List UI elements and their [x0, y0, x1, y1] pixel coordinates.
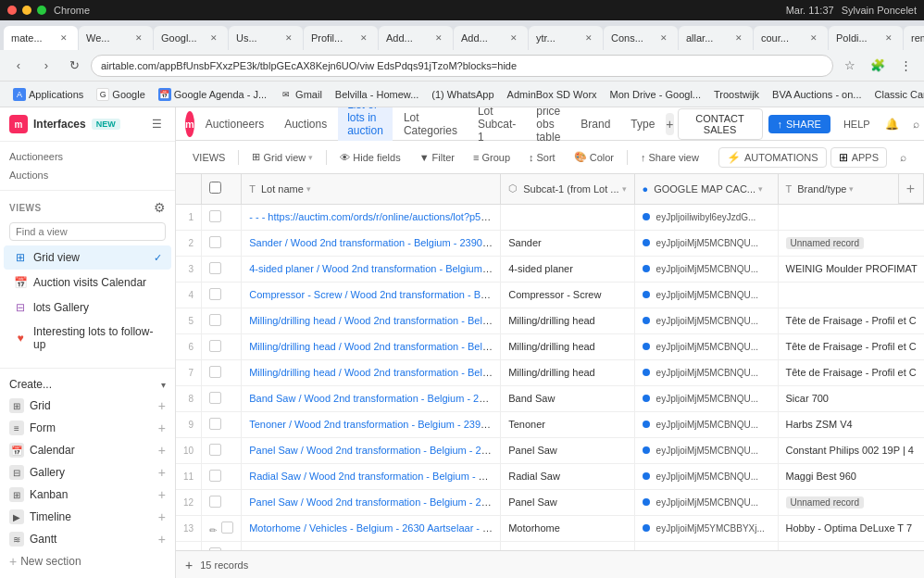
close-icon[interactable]: ✕ [357, 31, 370, 44]
reload-button[interactable]: ↻ [63, 55, 85, 77]
bookmark-google[interactable]: G Google [91, 86, 150, 103]
minimize-dot[interactable] [22, 6, 31, 15]
row-checkbox[interactable] [209, 340, 221, 352]
row-checkbox[interactable] [209, 314, 221, 326]
search-button[interactable]: ⌕ [891, 145, 915, 170]
sort-button[interactable]: ↕ Sort [521, 149, 563, 166]
app-home-button[interactable]: m [185, 111, 194, 137]
create-calendar[interactable]: 📅 Calendar + [0, 439, 175, 461]
row-checkbox[interactable] [209, 210, 221, 222]
extensions-button[interactable]: 🧩 [867, 55, 889, 77]
tab-3[interactable]: Us...✕ [229, 26, 303, 50]
new-section-button[interactable]: + New section [0, 550, 175, 572]
bookmark-belvilla[interactable]: Belvilla - Homew... [330, 87, 424, 102]
lot-name-link[interactable]: Compressor - Screw / Wood 2nd transforma… [249, 289, 501, 300]
row-checkbox[interactable] [209, 444, 221, 456]
row-checkbox[interactable] [209, 496, 221, 508]
back-button[interactable]: ‹ [7, 55, 30, 77]
forward-button[interactable]: › [35, 55, 57, 77]
bookmark-whatsapp[interactable]: (1) WhatsApp [426, 87, 499, 102]
row-checkbox-cell[interactable] [202, 541, 242, 550]
maximize-dot[interactable] [37, 6, 46, 15]
row-checkbox[interactable] [209, 366, 221, 378]
row-checkbox-cell[interactable] [202, 256, 242, 282]
create-header[interactable]: Create... ▾ [0, 374, 175, 395]
filter-button[interactable]: ▼ Filter [412, 149, 462, 166]
add-table-button[interactable]: + [666, 113, 673, 135]
close-icon[interactable]: ✕ [507, 31, 520, 44]
row-checkbox-cell[interactable] [202, 204, 242, 230]
row-checkbox[interactable] [221, 521, 233, 534]
lot-name-link[interactable]: Sander / Wood 2nd transformation - Belgi… [249, 237, 501, 248]
lot-name-link[interactable]: 4-sided planer / Wood 2nd transformation… [249, 263, 501, 274]
close-icon[interactable]: ✕ [432, 31, 445, 44]
share-view-button[interactable]: ↑ Share view [633, 149, 706, 166]
lot-name-link[interactable]: Tenoner / Wood 2nd transformation - Belg… [249, 419, 501, 430]
views-settings-icon[interactable]: ⚙ [154, 200, 166, 215]
subcat-header[interactable]: ⬡ Subcat-1 (from Lot ... ▾ [501, 174, 634, 204]
checkbox-header[interactable] [202, 174, 242, 204]
tab-5[interactable]: Add...✕ [379, 26, 453, 50]
nav-tab-lot-categories[interactable]: Lot Categories [394, 107, 467, 141]
menu-button[interactable]: ⋮ [894, 55, 917, 77]
close-icon[interactable]: ✕ [207, 31, 220, 44]
lot-name-link[interactable]: Motorhome / Vehicles - Belgium - 2630 Aa… [249, 522, 501, 534]
contact-sales-button[interactable]: CONTACT SALES [678, 108, 763, 140]
add-footer-button[interactable]: + [185, 558, 193, 572]
tab-9[interactable]: allar...✕ [679, 26, 753, 50]
row-checkbox-cell[interactable] [202, 359, 242, 385]
sidebar-nav-auctions[interactable]: Auctions [0, 166, 175, 184]
row-checkbox-cell[interactable]: ✏ [202, 515, 242, 541]
create-gallery[interactable]: ⊟ Gallery + [0, 461, 175, 484]
share-button[interactable]: ↑ SHARE [768, 115, 830, 133]
tab-6[interactable]: Add...✕ [454, 26, 528, 50]
row-checkbox-cell[interactable] [202, 230, 242, 256]
bookmark-classic[interactable]: Classic Car Aucti... [869, 87, 924, 102]
close-icon[interactable]: ✕ [882, 31, 895, 44]
lot-name-link[interactable]: Panel Saw / Wood 2nd transformation - Be… [249, 445, 501, 456]
row-checkbox-cell[interactable] [202, 489, 242, 515]
group-button[interactable]: ≡ Group [466, 149, 518, 166]
tab-7[interactable]: ytr...✕ [529, 26, 603, 50]
views-toggle-button[interactable]: VIEWS [185, 149, 232, 166]
row-checkbox[interactable] [209, 262, 221, 274]
create-form[interactable]: ≡ Form + [0, 417, 175, 439]
create-grid[interactable]: ⊞ Grid + [0, 395, 175, 417]
add-column-button[interactable]: + [898, 174, 924, 204]
google-map-header[interactable]: ● GOOGLE MAP CAC... ▾ [634, 174, 778, 204]
close-icon[interactable]: ✕ [732, 31, 745, 44]
tab-4[interactable]: Profil...✕ [304, 26, 378, 50]
close-icon[interactable]: ✕ [807, 31, 820, 44]
create-kanban[interactable]: ⊞ Kanban + [0, 484, 175, 506]
row-checkbox-cell[interactable] [202, 385, 242, 411]
close-dot[interactable] [7, 6, 17, 15]
color-button[interactable]: 🎨 Color [567, 148, 621, 166]
lot-name-link[interactable]: Milling/drilling head / Wood 2nd transfo… [249, 367, 501, 378]
view-item-interesting[interactable]: ♥ Interesting lots to follow-up [4, 320, 171, 356]
view-item-grid[interactable]: ⊞ Grid view ✓ [4, 245, 171, 270]
view-item-calendar[interactable]: 📅 Auction visits Calendar [4, 270, 171, 295]
view-item-gallery[interactable]: ⊟ lots Gallery [4, 295, 171, 320]
lot-name-link[interactable]: Milling/drilling head / Wood 2nd transfo… [249, 315, 501, 326]
row-checkbox[interactable] [209, 470, 221, 482]
hide-fields-button[interactable]: 👁 Hide fields [332, 149, 407, 166]
row-checkbox[interactable] [209, 418, 221, 430]
close-icon[interactable]: ✕ [132, 31, 145, 44]
row-checkbox[interactable] [209, 236, 221, 248]
bookmark-applications[interactable]: A Applications [7, 86, 89, 103]
lot-name-link[interactable]: Milling/drilling head / Wood 2nd transfo… [249, 341, 501, 352]
lot-name-header[interactable]: T Lot name ▾ [242, 174, 501, 204]
tab-10[interactable]: cour...✕ [754, 26, 828, 50]
bookmark-calendar[interactable]: 📅 Google Agenda - J... [153, 86, 272, 103]
lot-name-link[interactable]: Band Saw / Wood 2nd transformation - Bel… [249, 393, 501, 404]
nav-tab-brand[interactable]: Brand [571, 114, 619, 134]
grid-view-button[interactable]: ⊞ Grid view ▾ [244, 148, 320, 166]
bookmark-adminbox[interactable]: AdminBox SD Worx [502, 87, 603, 102]
tab-8[interactable]: Cons...✕ [604, 26, 678, 50]
tab-1[interactable]: We...✕ [79, 26, 153, 50]
create-timeline[interactable]: ▶ Timeline + [0, 506, 175, 528]
row-checkbox-cell[interactable] [202, 282, 242, 308]
lot-name-link[interactable]: - - - https://auctim.com/ords/r/online/a… [249, 211, 501, 222]
tab-11[interactable]: Poldi...✕ [829, 26, 903, 50]
tab-close-icon[interactable]: ✕ [57, 31, 70, 44]
